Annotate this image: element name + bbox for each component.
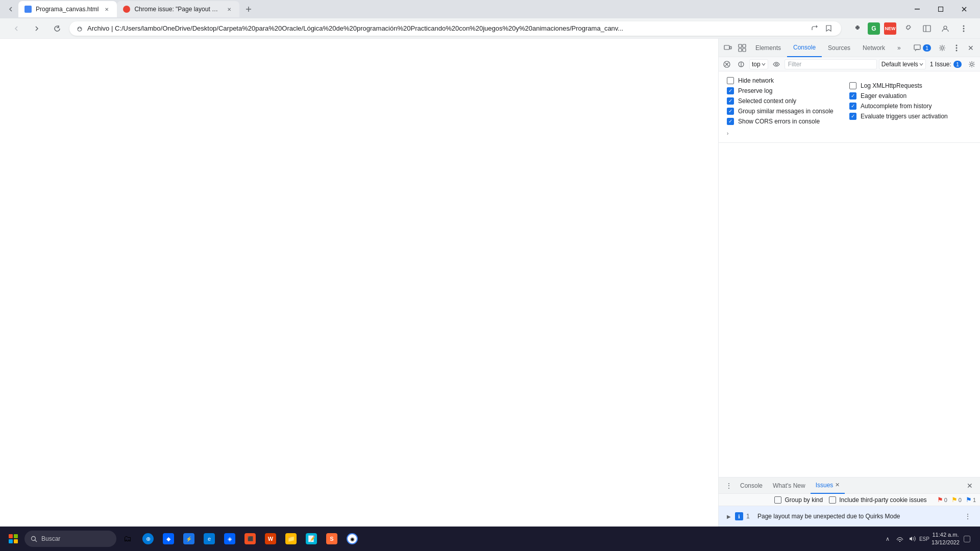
tab-sources[interactable]: Sources [822, 39, 856, 57]
tray-volume[interactable] [907, 534, 917, 544]
taskbar-notepad[interactable]: 📝 [302, 530, 321, 548]
group-by-kind-checkbox[interactable]: Group by kind [774, 496, 823, 504]
console-clear-button[interactable] [721, 58, 733, 70]
checkbox-group-similar[interactable]: Group similar messages in console [727, 106, 849, 116]
page-area [0, 39, 718, 527]
window-controls [905, 0, 976, 18]
cb-group-similar[interactable] [727, 108, 734, 115]
taskbar-search-bar[interactable]: Buscar [24, 531, 116, 547]
share-icon[interactable] [808, 22, 820, 35]
back-button[interactable] [8, 20, 24, 37]
checkbox-log-xml[interactable]: Log XMLHttpRequests [849, 81, 972, 91]
cb-include-third-party[interactable] [829, 496, 836, 504]
tray-notifications[interactable] [962, 534, 972, 544]
tab-more[interactable]: » [891, 39, 907, 57]
console-filter-button[interactable] [735, 58, 747, 70]
log-levels-selector[interactable]: Default levels [879, 59, 926, 69]
issue-more-button[interactable]: ⋮ [962, 510, 974, 522]
issues-tab-close[interactable]: ✕ [835, 482, 840, 488]
bookmark-icon[interactable] [822, 22, 835, 35]
profile-icon[interactable] [937, 20, 953, 37]
tab-close-2[interactable]: ✕ [225, 5, 233, 13]
checkbox-evaluate-triggers[interactable]: Evaluate triggers user activation [849, 111, 972, 121]
taskbar-store[interactable]: ⬛ [241, 530, 259, 548]
cb-cors-errors[interactable] [727, 118, 734, 125]
include-third-party-checkbox[interactable]: Include third-party cookie issues [829, 496, 926, 504]
extensions-icon[interactable] [849, 20, 866, 37]
taskbar-files-button[interactable]: 🗂 [118, 530, 137, 548]
settings-expand-arrow[interactable]: › [727, 129, 972, 138]
address-input[interactable]: Archivo | C:/Users/lambo/OneDrive/Deskto… [69, 21, 841, 36]
cb-evaluate-triggers[interactable] [849, 113, 856, 120]
taskbar-sublime[interactable]: S [323, 530, 341, 548]
devtools-settings-button[interactable] [935, 41, 949, 55]
tab-overflow-left[interactable] [4, 2, 18, 16]
tab-active[interactable]: Programa_canvas.html ✕ [18, 1, 117, 17]
tab-console[interactable]: Console [787, 39, 822, 57]
issue-item-1[interactable]: ▶ ℹ 1 Page layout may be unexpected due … [719, 506, 980, 527]
checkbox-cors-errors[interactable]: Show CORS errors in console [727, 116, 849, 127]
forward-button[interactable] [29, 20, 45, 37]
sidebar-icon[interactable] [919, 20, 935, 37]
eye-icon[interactable] [770, 58, 782, 70]
taskbar-edge[interactable]: e [200, 530, 218, 548]
tray-clock[interactable]: 11:42 a.m. 13/12/2022 [932, 531, 960, 547]
chat-count-badge: 1 [923, 44, 931, 52]
console-settings-button[interactable] [966, 58, 978, 70]
tray-network[interactable] [895, 534, 905, 544]
taskbar-office[interactable]: W [261, 530, 280, 548]
taskbar-explorer[interactable]: 📁 [282, 530, 300, 548]
tray-chevron[interactable]: ∧ [883, 534, 893, 544]
extension-green[interactable]: G [868, 22, 880, 35]
toolbar-icons: G NEW [849, 20, 972, 37]
cb-preserve-log[interactable] [727, 87, 734, 94]
maximize-button[interactable] [929, 0, 952, 18]
start-button[interactable] [4, 530, 22, 548]
cb-group-by-kind[interactable] [774, 496, 781, 504]
taskbar-app3[interactable]: ⚡ [180, 530, 198, 548]
tab-close-1[interactable]: ✕ [103, 5, 111, 13]
more-menu-button[interactable] [955, 20, 972, 37]
checkbox-autocomplete[interactable]: Autocomplete from history [849, 101, 972, 111]
taskbar-chrome[interactable]: ◉ [343, 530, 361, 548]
devtools-more-button[interactable] [949, 41, 964, 55]
filter-input[interactable]: Filter [785, 59, 877, 69]
minimize-button[interactable] [905, 0, 929, 18]
context-selector[interactable]: top [749, 59, 768, 69]
tab-network[interactable]: Network [856, 39, 891, 57]
close-button[interactable] [952, 0, 976, 18]
new-tab-button[interactable] [241, 2, 256, 16]
issues-tab-console[interactable]: Console [735, 478, 768, 494]
taskbar-dropbox[interactable]: ◈ [220, 530, 239, 548]
issues-tab-issues[interactable]: Issues ✕ [811, 478, 845, 494]
cb-eager-eval[interactable] [849, 92, 856, 99]
issue-counter[interactable]: 1 Issue: 1 [928, 61, 964, 68]
refresh-button[interactable] [49, 20, 65, 37]
cb-selected-context[interactable] [727, 97, 734, 105]
checkbox-hide-network[interactable]: Hide network [727, 76, 849, 86]
devtools-elements-icon[interactable] [735, 41, 749, 55]
extension-red-icon[interactable]: NEW [882, 20, 898, 37]
issues-tab-issues-label: Issues [816, 482, 834, 489]
puzzle-icon[interactable] [900, 20, 917, 37]
issues-panel-close-button[interactable]: ✕ [964, 480, 976, 492]
checkbox-selected-context[interactable]: Selected context only [727, 96, 849, 106]
issues-tab-whatsnew[interactable]: What's New [768, 478, 811, 494]
issue-expand-arrow[interactable]: ▶ [725, 512, 733, 520]
issues-more-button[interactable]: ⋮ [723, 480, 735, 492]
checkbox-preserve-log[interactable]: Preserve log [727, 86, 849, 96]
tab-elements[interactable]: Elements [749, 39, 787, 57]
tab-inactive[interactable]: Chrome issue: "Page layout may ✕ [117, 1, 239, 17]
svg-rect-0 [915, 9, 920, 10]
svg-rect-14 [743, 48, 746, 52]
cb-log-xml[interactable] [849, 82, 856, 89]
devtools-device-icon[interactable] [721, 41, 735, 55]
checkbox-eager-eval[interactable]: Eager evaluation [849, 91, 972, 101]
label-autocomplete: Autocomplete from history [861, 103, 932, 110]
cb-hide-network[interactable] [727, 77, 734, 84]
cb-autocomplete[interactable] [849, 103, 856, 110]
devtools-close-button[interactable]: ✕ [964, 41, 978, 55]
tray-language[interactable]: ESP [919, 534, 929, 544]
taskbar-app2[interactable]: ◆ [159, 530, 178, 548]
taskbar-app1[interactable]: ⊕ [139, 530, 157, 548]
